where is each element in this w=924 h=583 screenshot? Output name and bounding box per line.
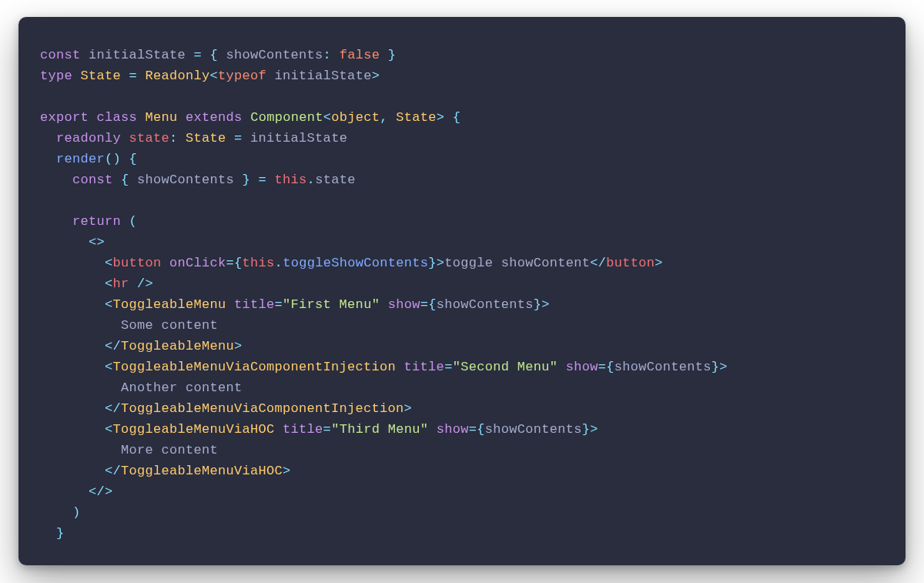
keyword: const xyxy=(72,173,113,187)
bracket: </ xyxy=(105,339,121,353)
space xyxy=(89,110,97,125)
identifier: initialState xyxy=(89,48,194,62)
indent xyxy=(40,318,121,333)
space xyxy=(396,360,404,374)
punct: ( xyxy=(121,214,137,229)
attr-title: title xyxy=(404,360,445,374)
type-name: State xyxy=(396,110,437,125)
space xyxy=(557,360,566,374)
punct: : xyxy=(323,48,332,62)
jsx-fragment: <> xyxy=(89,235,105,250)
punct: < xyxy=(323,110,332,125)
indent xyxy=(40,484,89,499)
space xyxy=(178,110,186,125)
keyword-typeof: typeof xyxy=(218,69,266,83)
space xyxy=(275,422,283,437)
punct: ={ xyxy=(598,360,614,374)
tag-button: button xyxy=(113,256,162,270)
identifier: initialState xyxy=(275,69,372,83)
attr-show: show xyxy=(437,422,469,437)
keyword: extends xyxy=(186,110,243,125)
space xyxy=(331,48,340,62)
indent xyxy=(40,131,56,146)
string: "Second Menu" xyxy=(453,360,558,374)
type-name: object xyxy=(331,110,380,125)
string: "Third Menu" xyxy=(331,422,428,437)
indent xyxy=(40,422,105,437)
attr-title: title xyxy=(234,297,275,312)
punct: } xyxy=(380,48,396,62)
component-name: ToggleableMenuViaHOC xyxy=(121,464,283,478)
punct: = xyxy=(323,422,332,437)
this: this xyxy=(275,173,307,187)
type-name: State xyxy=(81,69,129,83)
punct: > xyxy=(372,69,380,83)
punct: > xyxy=(437,110,445,125)
indent xyxy=(40,339,105,353)
space xyxy=(121,131,129,146)
punct: { xyxy=(113,173,138,187)
component-name: ToggleableMenuViaHOC xyxy=(113,422,275,437)
indent xyxy=(40,235,89,250)
type-name: State xyxy=(186,131,226,146)
component-name: ToggleableMenu xyxy=(113,297,226,312)
punct: }> xyxy=(582,422,598,437)
attr-show: show xyxy=(566,360,598,374)
keyword: const xyxy=(40,48,89,62)
attr-onclick: onClick xyxy=(169,256,226,270)
bracket: > xyxy=(234,339,243,353)
prop: state xyxy=(315,173,356,187)
attr-title: title xyxy=(283,422,323,437)
punct: } xyxy=(40,526,65,541)
dot: . xyxy=(275,256,283,270)
text: Another content xyxy=(121,380,243,395)
tag-button: button xyxy=(606,256,654,270)
bracket: < xyxy=(105,360,113,374)
keyword: type xyxy=(40,69,81,83)
space xyxy=(162,256,170,270)
bracket: < xyxy=(105,276,113,291)
bool: false xyxy=(340,48,380,62)
string: "First Menu" xyxy=(283,297,380,312)
component-name: ToggleableMenuViaComponentInjection xyxy=(121,401,404,416)
punct: ={ xyxy=(226,256,243,270)
indent xyxy=(40,401,105,416)
text: toggle showContent xyxy=(444,256,590,270)
punct: () { xyxy=(105,152,137,166)
identifier: showContents xyxy=(137,173,234,187)
keyword: readonly xyxy=(56,131,121,146)
indent xyxy=(40,297,105,312)
bracket: < xyxy=(105,256,113,270)
punct: = xyxy=(226,131,251,146)
space xyxy=(380,297,388,312)
punct: = xyxy=(129,69,146,83)
space xyxy=(428,422,437,437)
indent xyxy=(40,360,105,374)
punct: }> xyxy=(711,360,728,374)
punct: = xyxy=(275,297,283,312)
punct: ) xyxy=(40,505,81,520)
class-name: Menu xyxy=(146,110,178,125)
indent xyxy=(40,173,72,187)
punct: { xyxy=(444,110,460,125)
bracket: </ xyxy=(590,256,606,270)
bracket: > xyxy=(654,256,663,270)
indent xyxy=(40,443,121,457)
code-card: const initialState = { showContents: fal… xyxy=(18,17,906,565)
identifier: showContents xyxy=(485,422,582,437)
prop: showContents xyxy=(226,48,323,62)
bracket: </ xyxy=(105,464,121,478)
this: this xyxy=(243,256,275,270)
brace: } xyxy=(428,256,437,270)
code-block: const initialState = { showContents: fal… xyxy=(40,45,884,544)
identifier: showContents xyxy=(614,360,711,374)
indent xyxy=(40,256,105,270)
punct: ={ xyxy=(420,297,437,312)
indent xyxy=(40,464,105,478)
type-name: Readonly xyxy=(146,69,210,83)
text: More content xyxy=(121,443,218,457)
indent xyxy=(40,276,105,291)
punct: = { xyxy=(194,48,226,62)
keyword: class xyxy=(97,110,138,125)
jsx-fragment: </> xyxy=(89,484,113,499)
